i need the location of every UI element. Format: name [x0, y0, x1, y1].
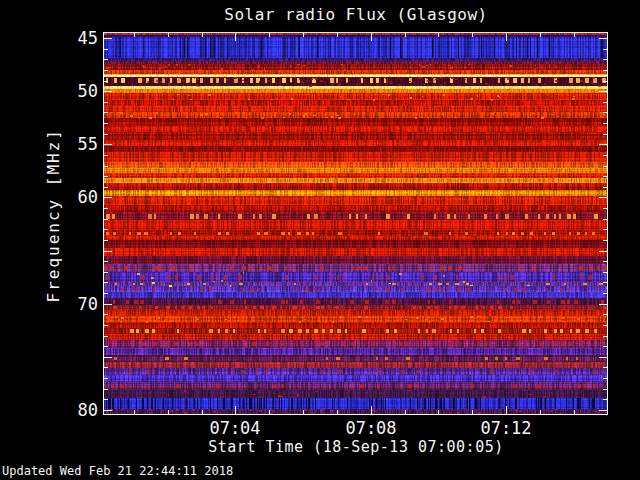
- spectrogram-canvas: [103, 32, 608, 415]
- y-tick-label-55: 55: [56, 135, 98, 153]
- chart-title: Solar radio Flux (Glasgow): [224, 5, 487, 24]
- y-tick-label-80: 80: [56, 401, 98, 419]
- y-tick-label-50: 50: [56, 82, 98, 100]
- y-tick-label-45: 45: [56, 29, 98, 47]
- x-tick-label-07-12: 07:12: [466, 419, 546, 437]
- y-axis-title: Frequency [MHz]: [44, 128, 63, 303]
- x-tick-label-07-04: 07:04: [195, 419, 275, 437]
- y-tick-label-70: 70: [56, 295, 98, 313]
- x-tick-label-07-08: 07:08: [331, 419, 411, 437]
- y-tick-label-60: 60: [56, 188, 98, 206]
- x-axis-title: Start Time (18-Sep-13 07:00:05): [208, 438, 503, 456]
- update-timestamp: Updated Wed Feb 21 22:44:11 2018: [2, 464, 233, 478]
- solar-radio-flux-window: Solar radio Flux (Glasgow) Frequency [MH…: [0, 0, 640, 480]
